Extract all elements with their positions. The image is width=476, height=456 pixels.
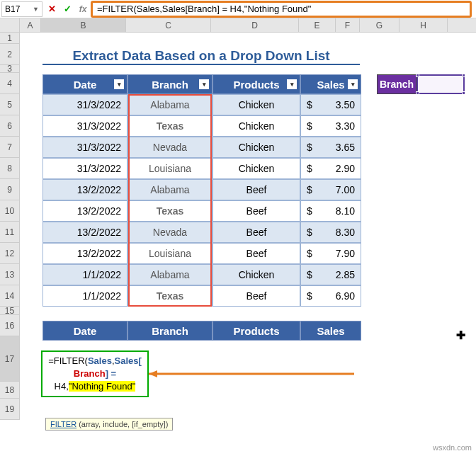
table-header-date[interactable]: Date▾ — [42, 74, 128, 94]
dropdown-cell-h4[interactable] — [416, 74, 465, 94]
col-header-c[interactable]: C — [126, 18, 211, 32]
row-headers: 12345678910111213141516171819 — [0, 33, 20, 420]
cell-product[interactable]: Chicken — [212, 158, 300, 179]
row-header-10[interactable]: 10 — [0, 200, 20, 222]
cell-branch[interactable]: Nevada — [128, 222, 212, 243]
row-header-2[interactable]: 2 — [0, 44, 20, 65]
row-header-4[interactable]: 4 — [0, 73, 20, 94]
cancel-button[interactable]: ✕ — [44, 2, 60, 16]
cell-product[interactable]: Beef — [212, 243, 300, 264]
svg-marker-1 — [149, 370, 157, 377]
cell-product[interactable]: Chicken — [212, 115, 300, 137]
cell-branch[interactable]: Texas — [128, 200, 212, 222]
cell-sales[interactable]: 3.50$ — [300, 94, 361, 115]
row-header-15[interactable]: 15 — [0, 307, 20, 315]
cell-branch[interactable]: Alabama — [128, 94, 212, 115]
row-header-9[interactable]: 9 — [0, 179, 20, 200]
row-header-11[interactable]: 11 — [0, 222, 20, 243]
col-header-h[interactable]: H — [400, 18, 448, 32]
filter-icon[interactable]: ▾ — [114, 79, 124, 89]
tooltip-sig: (array, include, [if_empty] — [76, 420, 166, 428]
result-header-sales: Sales — [300, 321, 361, 341]
row-header-6[interactable]: 6 — [0, 115, 20, 137]
cell-sales[interactable]: 2.85$ — [300, 264, 361, 285]
col-header-e[interactable]: E — [299, 18, 336, 32]
name-box-dropdown-icon[interactable]: ▼ — [33, 6, 39, 13]
row-header-1[interactable]: 1 — [0, 33, 20, 44]
row-header-7[interactable]: 7 — [0, 137, 20, 158]
formula-bar: B17 ▼ ✕ ✓ fx =FILTER(Sales,Sales[Branch]… — [0, 0, 476, 18]
filter-icon[interactable]: ▾ — [287, 79, 297, 89]
row-header-18[interactable]: 18 — [0, 382, 20, 399]
row-header-19[interactable]: 19 — [0, 399, 20, 420]
cell-sales[interactable]: 8.30$ — [300, 222, 361, 243]
col-header-g[interactable]: G — [360, 18, 400, 32]
tooltip-fn: FILTER — [50, 420, 76, 428]
cell-editor-b17[interactable]: =FILTER(Sales,Sales[Branch] = H4,"Nothin… — [41, 350, 149, 397]
cell-product[interactable]: Beef — [212, 200, 300, 222]
formula-tooltip[interactable]: FILTER (array, include, [if_empty]) — [45, 418, 173, 431]
cell-date[interactable]: 13/2/2022 — [42, 179, 128, 200]
row-header-17[interactable]: 17 — [0, 336, 20, 382]
cell-date[interactable]: 31/3/2022 — [42, 94, 128, 115]
row-header-13[interactable]: 13 — [0, 264, 20, 285]
cell-date[interactable]: 13/2/2022 — [42, 243, 128, 264]
dollar-sign: $ — [307, 120, 312, 132]
cell-branch[interactable]: Alabama — [128, 264, 212, 285]
cell-date[interactable]: 13/2/2022 — [42, 200, 128, 222]
cell-date[interactable]: 31/3/2022 — [42, 137, 128, 158]
cell-date[interactable]: 31/3/2022 — [42, 158, 128, 179]
row-header-8[interactable]: 8 — [0, 158, 20, 179]
row-header-16[interactable]: 16 — [0, 315, 20, 336]
cell-sales[interactable]: 7.90$ — [300, 243, 361, 264]
cell-product[interactable]: Chicken — [212, 137, 300, 158]
cell-sales[interactable]: 8.10$ — [300, 200, 361, 222]
sheet-area: Extract Data Based on a Drop Down List B… — [20, 33, 476, 420]
result-header-products: Products — [212, 321, 300, 341]
annotation-arrow — [149, 370, 361, 378]
cell-branch[interactable]: Louisiana — [128, 243, 212, 264]
cell-date[interactable]: 1/1/2022 — [42, 285, 128, 307]
cell-branch[interactable]: Nevada — [128, 137, 212, 158]
cell-branch[interactable]: Louisiana — [128, 158, 212, 179]
cell-product[interactable]: Beef — [212, 179, 300, 200]
cell-date[interactable]: 1/1/2022 — [42, 264, 128, 285]
dollar-sign: $ — [307, 142, 312, 153]
row-header-14[interactable]: 14 — [0, 285, 20, 307]
table-header-products[interactable]: Products▾ — [212, 74, 300, 94]
formula-input[interactable]: =FILTER(Sales,Sales[Branch] = H4,"Nothin… — [91, 1, 472, 18]
cell-product[interactable]: Chicken — [212, 264, 300, 285]
cell-sales[interactable]: 3.65$ — [300, 137, 361, 158]
row-header-5[interactable]: 5 — [0, 94, 20, 115]
dollar-sign: $ — [307, 290, 312, 302]
cell-sales[interactable]: 3.30$ — [300, 115, 361, 137]
col-header-d[interactable]: D — [211, 18, 299, 32]
cell-sales[interactable]: 7.00$ — [300, 179, 361, 200]
cell-date[interactable]: 31/3/2022 — [42, 115, 128, 137]
select-all-corner[interactable] — [0, 18, 20, 32]
page-title: Extract Data Based on a Drop Down List — [42, 48, 360, 65]
name-box[interactable]: B17 ▼ — [1, 1, 42, 17]
col-header-b[interactable]: B — [41, 18, 126, 32]
table-header-sales[interactable]: Sales▾ — [300, 74, 361, 94]
row-header-3[interactable]: 3 — [0, 65, 20, 73]
dollar-sign: $ — [307, 205, 312, 217]
cell-sales[interactable]: 2.90$ — [300, 158, 361, 179]
filter-icon[interactable]: ▾ — [348, 79, 358, 89]
cell-product[interactable]: Chicken — [212, 94, 300, 115]
col-header-a[interactable]: A — [20, 18, 41, 32]
cell-date[interactable]: 13/2/2022 — [42, 222, 128, 243]
result-header-branch: Branch — [128, 321, 212, 341]
fx-button[interactable]: fx — [75, 2, 91, 16]
table-header-branch[interactable]: Branch▾ — [128, 74, 212, 94]
cell-sales[interactable]: 6.90$ — [300, 285, 361, 307]
filter-icon[interactable]: ▾ — [199, 79, 209, 89]
cell-product[interactable]: Beef — [212, 285, 300, 307]
enter-button[interactable]: ✓ — [60, 2, 75, 16]
cell-product[interactable]: Beef — [212, 222, 300, 243]
col-header-f[interactable]: F — [336, 18, 360, 32]
cell-branch[interactable]: Texas — [128, 115, 212, 137]
cell-branch[interactable]: Alabama — [128, 179, 212, 200]
row-header-12[interactable]: 12 — [0, 243, 20, 264]
cell-branch[interactable]: Texas — [128, 285, 212, 307]
